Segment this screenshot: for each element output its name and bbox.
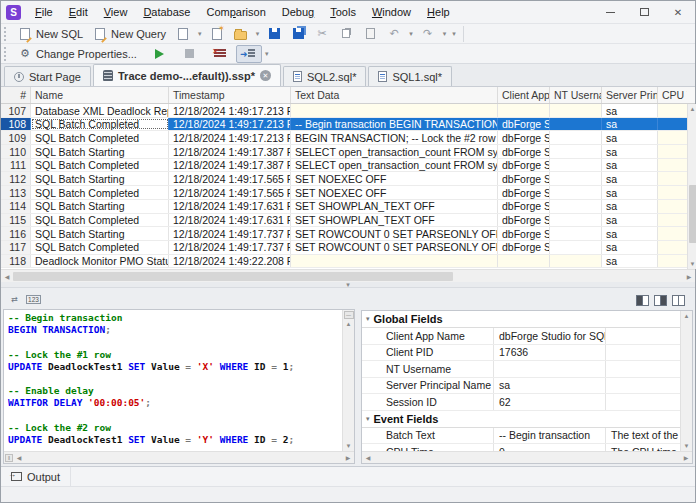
grid-cell[interactable]: sa (602, 131, 658, 144)
field-row[interactable]: CPU Time0The CPU time (in microsecond... (362, 444, 680, 451)
field-row[interactable]: Server Principal Namesa (362, 378, 680, 395)
grid-vertical-scrollbar[interactable]: ▲ ▼ (687, 104, 696, 269)
grid-cell[interactable] (291, 255, 498, 268)
scroll-down-icon[interactable]: ▼ (687, 261, 696, 269)
redo-button[interactable]: ↷ (416, 25, 440, 43)
redo-dropdown[interactable]: ▾ (440, 30, 450, 38)
grid-cell[interactable] (550, 200, 602, 213)
trace-event-row[interactable]: 109SQL Batch Completed12/18/2024 1:49:17… (1, 131, 687, 145)
grid-cell[interactable]: sa (602, 145, 658, 158)
grid-cell[interactable]: dbForge St... (498, 145, 550, 158)
grid-cell[interactable]: 111 (1, 159, 31, 172)
line-numbers-icon[interactable]: 123 (26, 293, 41, 307)
tab-start-page[interactable]: Start Page (4, 66, 91, 86)
grid-cell[interactable]: 112 (1, 172, 31, 185)
grid-cell[interactable]: SQL Batch Completed (31, 118, 169, 131)
trace-event-row[interactable]: 116SQL Batch Starting12/18/2024 1:49:17.… (1, 227, 687, 241)
grid-cell[interactable]: SQL Batch Completed (31, 241, 169, 254)
menu-window[interactable]: Window (364, 3, 419, 21)
trace-event-row[interactable]: 113SQL Batch Completed12/18/2024 1:49:17… (1, 186, 687, 200)
scroll-left-icon[interactable]: ◀ (1, 273, 13, 280)
grid-cell[interactable]: SET SHOWPLAN_TEXT OFF (291, 214, 498, 227)
grid-cell[interactable] (658, 159, 687, 172)
grid-cell[interactable]: 12/18/2024 1:49:17.631 PM (169, 200, 291, 213)
column-header-0[interactable]: # (1, 87, 31, 103)
grid-cell[interactable]: 12/18/2024 1:49:17.737 PM (169, 241, 291, 254)
grid-cell[interactable] (658, 104, 687, 117)
trace-event-row[interactable]: 111SQL Batch Completed12/18/2024 1:49:17… (1, 159, 687, 173)
grid-cell[interactable]: 117 (1, 241, 31, 254)
column-header-4[interactable]: Client App ... (498, 87, 550, 103)
grid-cell[interactable] (550, 131, 602, 144)
column-header-5[interactable]: NT Userna... (550, 87, 602, 103)
tab-sql-file[interactable]: SQL2.sql* (283, 66, 367, 86)
new-item-button[interactable] (205, 25, 229, 43)
grid-cell[interactable] (658, 227, 687, 240)
grid-cell[interactable]: -- Begin transaction BEGIN TRANSACTION; … (291, 118, 498, 131)
grid-cell[interactable]: Deadlock Monitor PMO Status (31, 255, 169, 268)
maximize-button[interactable] (627, 1, 661, 23)
field-row[interactable]: NT Username (362, 361, 680, 378)
grid-cell[interactable]: sa (602, 186, 658, 199)
scroll-right-icon[interactable]: ▶ (683, 273, 695, 280)
grid-cell[interactable]: SQL Batch Completed (31, 131, 169, 144)
grid-cell[interactable]: 110 (1, 145, 31, 158)
grid-cell[interactable]: SQL Batch Completed (31, 186, 169, 199)
grid-cell[interactable] (550, 104, 602, 117)
cut-button[interactable]: ✂ (310, 25, 334, 43)
trace-event-row[interactable]: 107Database XML Deadlock Report12/18/202… (1, 104, 687, 118)
grid-cell[interactable] (658, 255, 687, 268)
trace-event-row[interactable]: 110SQL Batch Starting12/18/2024 1:49:17.… (1, 145, 687, 159)
grid-cell[interactable]: 114 (1, 200, 31, 213)
fields-scroll-left-icon[interactable]: ◀ (362, 454, 374, 461)
editor-split-handle[interactable]: — (344, 311, 354, 319)
trace-event-row[interactable]: 115SQL Batch Completed12/18/2024 1:49:17… (1, 214, 687, 228)
grid-cell[interactable] (658, 172, 687, 185)
tab-close-icon[interactable]: ✕ (260, 70, 271, 81)
menu-view[interactable]: View (96, 3, 136, 21)
tab-trace-document[interactable]: Trace demo-...efault)).ssp*✕ (93, 64, 281, 86)
undo-dropdown[interactable]: ▾ (406, 30, 416, 38)
sql-code-view[interactable]: -- Begin transactionBEGIN TRANSACTION; -… (4, 310, 342, 451)
column-header-6[interactable]: Server Prin... (602, 87, 658, 103)
editor-hsplit-handle[interactable]: ‖ (5, 454, 13, 462)
new-document-dropdown[interactable]: ▾ (195, 30, 205, 38)
grid-cell[interactable]: dbForge St... (498, 214, 550, 227)
grid-cell[interactable]: 12/18/2024 1:49:17.631 PM (169, 214, 291, 227)
toolbar-overflow-dropdown[interactable]: ▾ (449, 30, 459, 38)
grid-cell[interactable] (291, 104, 498, 117)
grid-cell[interactable]: sa (602, 118, 658, 131)
grid-cell[interactable]: 12/18/2024 1:49:17.213 PM (169, 104, 291, 117)
grid-vscroll-thumb[interactable] (689, 185, 696, 243)
fields-scroll-down-icon[interactable]: ▼ (681, 443, 693, 451)
layout-split-icon[interactable] (672, 295, 685, 306)
grid-cell[interactable] (658, 186, 687, 199)
grid-cell[interactable]: sa (602, 255, 658, 268)
grid-cell[interactable] (550, 172, 602, 185)
fields-scroll-right-icon[interactable]: ▶ (680, 454, 692, 461)
trace-event-row[interactable]: 108SQL Batch Completed12/18/2024 1:49:17… (1, 118, 687, 132)
grid-cell[interactable]: sa (602, 227, 658, 240)
grid-cell[interactable]: sa (602, 241, 658, 254)
grid-cell[interactable]: BEGIN TRANSACTION; -- Lock the #2 row UP… (291, 131, 498, 144)
grid-cell[interactable]: SQL Batch Starting (31, 145, 169, 158)
grid-cell[interactable] (550, 159, 602, 172)
new-query-button[interactable]: New Query (88, 25, 171, 43)
grid-cell[interactable]: dbForge St... (498, 172, 550, 185)
editor-horizontal-scrollbar[interactable]: ‖ ◀ ▶ (4, 451, 354, 463)
collapse-arrow-icon[interactable]: ▾ (366, 315, 370, 323)
menu-help[interactable]: Help (419, 3, 458, 21)
field-value[interactable]: 0 (494, 444, 606, 451)
fields-vertical-scrollbar[interactable]: ▲ ▼ (680, 311, 692, 451)
close-button[interactable]: ✕ (661, 1, 695, 23)
field-row[interactable]: Session ID62 (362, 394, 680, 411)
grid-cell[interactable] (658, 118, 687, 131)
open-file-button[interactable] (229, 25, 253, 43)
grid-cell[interactable]: dbForge St... (498, 227, 550, 240)
grid-cell[interactable]: dbForge St... (498, 159, 550, 172)
grid-cell[interactable]: SQL Batch Completed (31, 159, 169, 172)
trace-event-row[interactable]: 112SQL Batch Starting12/18/2024 1:49:17.… (1, 172, 687, 186)
grid-cell[interactable]: 118 (1, 255, 31, 268)
grid-cell[interactable]: 12/18/2024 1:49:17.565 PM (169, 186, 291, 199)
grid-cell[interactable]: SQL Batch Starting (31, 172, 169, 185)
